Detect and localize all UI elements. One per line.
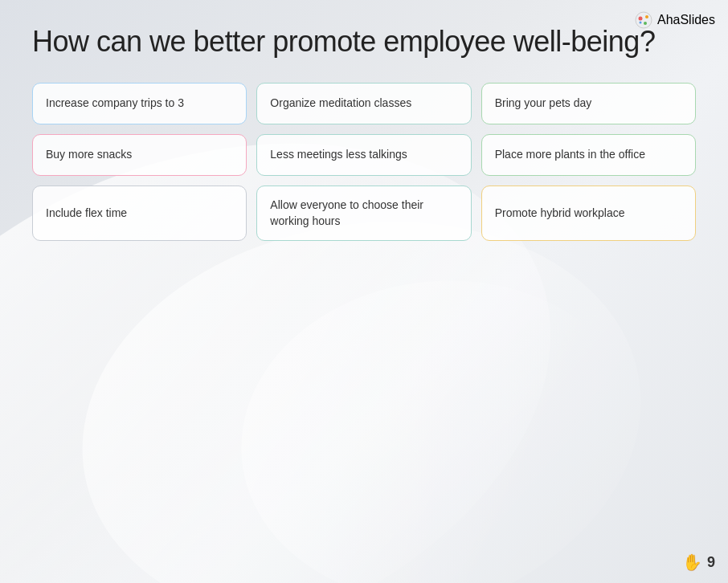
logo-text: AhaSlides <box>657 13 715 27</box>
svg-point-3 <box>644 22 647 25</box>
svg-point-1 <box>638 17 642 21</box>
answer-card: Bring your pets day <box>481 83 696 124</box>
ahaslides-logo-icon <box>635 11 652 29</box>
hand-icon: ✋ <box>682 552 702 572</box>
answer-card: Allow everyone to choose their working h… <box>256 186 471 241</box>
logo: AhaSlides <box>635 11 715 29</box>
answer-card: Buy more snacks <box>32 134 247 176</box>
participant-count: ✋ 9 <box>682 552 715 572</box>
answer-card: Promote hybrid workplace <box>481 186 696 241</box>
count-number: 9 <box>707 554 715 571</box>
answer-card: Organize meditation classes <box>256 83 471 124</box>
question-title: How can we better promote employee well-… <box>32 24 696 59</box>
svg-point-0 <box>636 12 652 28</box>
answer-card: Increase company trips to 3 <box>32 83 247 124</box>
answer-card: Less meetings less talkings <box>256 134 471 176</box>
cards-grid: Increase company trips to 3Organize medi… <box>32 83 696 241</box>
answer-card: Include flex time <box>32 186 247 241</box>
svg-point-2 <box>645 15 648 18</box>
main-content: How can we better promote employee well-… <box>0 0 728 257</box>
svg-point-4 <box>639 22 641 24</box>
answer-card: Place more plants in the office <box>481 134 696 176</box>
